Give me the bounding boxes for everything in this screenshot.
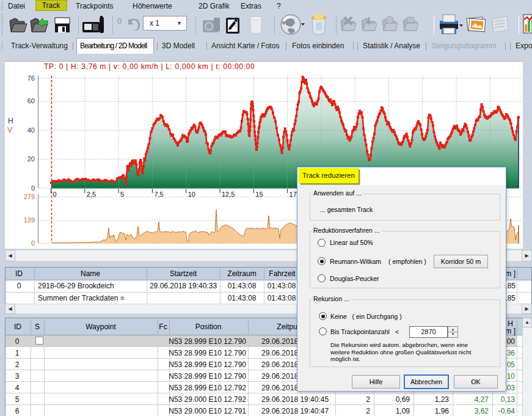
svg-text:0: 0 <box>31 239 35 247</box>
svg-text:7,5: 7,5 <box>154 191 163 198</box>
svg-text:0: 0 <box>31 184 35 192</box>
svg-text:40: 40 <box>27 126 35 134</box>
svg-text:76: 76 <box>27 75 35 82</box>
svg-text:H: H <box>8 117 13 125</box>
svg-text:V: V <box>7 126 12 134</box>
svg-text:279: 279 <box>24 193 35 200</box>
svg-text:60: 60 <box>27 97 35 104</box>
svg-text:20: 20 <box>27 155 35 162</box>
svg-text:139: 139 <box>24 216 35 224</box>
